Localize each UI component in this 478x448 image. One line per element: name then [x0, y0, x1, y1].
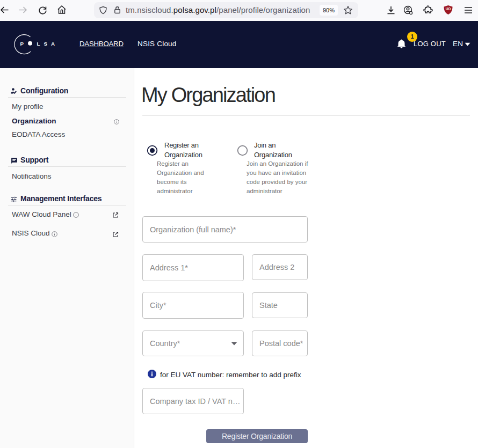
svg-text:L: L — [37, 41, 40, 47]
svg-text:S: S — [44, 41, 48, 47]
svg-text:A: A — [51, 41, 55, 47]
svg-text:P: P — [20, 41, 24, 47]
svg-text:UO: UO — [446, 7, 451, 11]
